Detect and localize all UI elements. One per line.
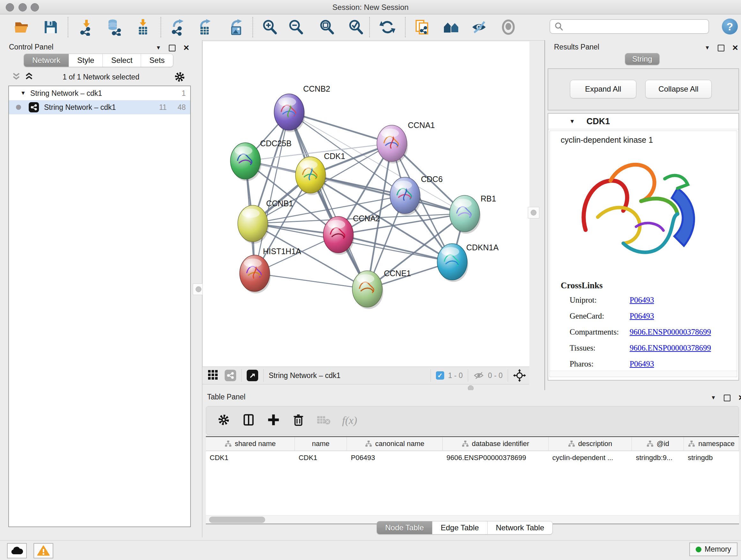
network-row[interactable]: String Network – cdk1 11 48	[9, 100, 190, 114]
collapse-all-button[interactable]: Collapse All	[645, 80, 712, 98]
network-canvas[interactable]: CCNB2CCNA1CDC25BCDK1CDC6RB1CCNB1CCNA2CDK…	[202, 42, 529, 367]
splitter-dot	[531, 210, 536, 215]
table-cell[interactable]: P06493	[347, 451, 443, 464]
panel-collapse-icon[interactable]: ▼	[156, 45, 161, 51]
network-graph[interactable]: CCNB2CCNA1CDC25BCDK1CDC6RB1CCNB1CCNA2CDK…	[203, 42, 529, 367]
grid-mode-button[interactable]	[207, 369, 219, 382]
import-table-button[interactable]	[134, 18, 152, 36]
apply-layout-button[interactable]	[379, 18, 396, 36]
column-header-shared-name[interactable]: shared name	[206, 437, 295, 450]
zoom-selected-button[interactable]	[347, 18, 365, 36]
gene-section-header[interactable]: ▼ CDK1	[548, 114, 738, 129]
clone-network-button[interactable]	[414, 18, 432, 36]
network-panel-options-button[interactable]	[174, 71, 186, 84]
crosslink-link[interactable]: 9606.ENSP00000378699	[630, 327, 711, 336]
node-CCNA2[interactable]: CCNA2	[323, 214, 380, 255]
network-node-count: 11	[159, 103, 167, 112]
network-mode-button[interactable]	[225, 370, 236, 381]
fit-content-crosshair-icon[interactable]	[513, 369, 526, 382]
column-header-name[interactable]: name	[295, 437, 347, 450]
panel-close-icon[interactable]: ✕	[738, 393, 741, 402]
function-builder-button[interactable]: f(x)	[342, 415, 357, 427]
tab-style[interactable]: Style	[69, 54, 103, 67]
open-session-button[interactable]	[13, 18, 31, 36]
table-cell[interactable]: CDK1	[295, 451, 347, 464]
tab-node-table[interactable]: Node Table	[377, 521, 432, 534]
column-header-namespace[interactable]: namespace	[684, 437, 739, 450]
export-network-button[interactable]	[169, 18, 187, 36]
birdseye-view-button[interactable]	[247, 370, 258, 381]
memory-button[interactable]: Memory	[689, 543, 738, 556]
show-glass-effect-button[interactable]	[499, 18, 517, 36]
export-image-button[interactable]	[227, 18, 246, 36]
scrollbar-thumb[interactable]	[209, 516, 265, 523]
create-column-button[interactable]	[267, 413, 280, 428]
crosslink-link[interactable]: P06493	[630, 312, 654, 320]
crosslink-row: Compartments:9606.ENSP00000378699	[569, 327, 737, 336]
search-input[interactable]	[563, 22, 709, 31]
delete-table-button[interactable]	[317, 414, 331, 427]
column-header-description[interactable]: description	[549, 437, 632, 450]
table-cell[interactable]: CDK1	[206, 451, 295, 464]
cloud-status-button[interactable]	[7, 543, 27, 558]
results-horizontal-scrollbar[interactable]	[550, 371, 737, 377]
node-CCNB2[interactable]: CCNB2	[274, 84, 330, 132]
selected-indicator-checkbox[interactable]: ✓	[436, 371, 444, 380]
edge-CCNB2-CCNE1[interactable]	[289, 112, 367, 289]
tree-expand-icon[interactable]: ▼	[20, 90, 26, 97]
network-collection-row[interactable]: ▼ String Network – cdk1 1	[9, 86, 190, 100]
toolbar-search-field[interactable]	[549, 19, 709, 34]
right-splitter-handle[interactable]	[528, 207, 539, 219]
node-CDK1[interactable]: CDK1	[295, 152, 345, 195]
hide-glass-effect-button[interactable]	[470, 18, 488, 36]
column-header--id[interactable]: @id	[632, 437, 684, 450]
zoom-out-button[interactable]	[287, 18, 305, 36]
zoom-fit-button[interactable]	[318, 18, 336, 36]
expand-all-button[interactable]: Expand All	[570, 80, 636, 98]
edge-HIST1H1A-CCNE1[interactable]	[255, 273, 367, 289]
panel-float-icon[interactable]	[724, 395, 731, 401]
section-collapse-icon[interactable]: ▼	[569, 118, 575, 125]
column-header-canonical-name[interactable]: canonical name	[347, 437, 443, 450]
crosslink-link[interactable]: P06493	[630, 360, 654, 368]
table-cell[interactable]: stringdb:9...	[632, 451, 684, 464]
panel-close-icon[interactable]: ✕	[183, 44, 190, 52]
first-neighbors-button[interactable]	[442, 18, 460, 36]
import-network-button[interactable]	[77, 18, 95, 36]
panel-float-icon[interactable]	[169, 45, 176, 51]
tab-edge-table[interactable]: Edge Table	[432, 521, 488, 534]
table-cell[interactable]: cyclin-dependent ...	[549, 451, 632, 464]
table-settings-button[interactable]	[217, 413, 230, 428]
node-RB1[interactable]: RB1	[450, 194, 496, 234]
panel-close-icon[interactable]: ✕	[732, 44, 738, 52]
node-CDC6[interactable]: CDC6	[390, 175, 443, 215]
tab-network[interactable]: Network	[24, 54, 69, 67]
node-CDC25B[interactable]: CDC25B	[230, 139, 292, 181]
table-cell[interactable]: 9606.ENSP00000378699	[443, 451, 549, 464]
string-network-icon	[29, 102, 39, 112]
panel-collapse-icon[interactable]: ▼	[704, 45, 710, 51]
crosslink-link[interactable]: P06493	[630, 296, 654, 305]
table-row[interactable]: CDK1CDK1P064939606.ENSP00000378699cyclin…	[206, 451, 739, 464]
panel-float-icon[interactable]	[718, 45, 724, 51]
help-button[interactable]: ?	[722, 18, 738, 35]
tab-string[interactable]: String	[625, 53, 659, 65]
delete-column-button[interactable]	[292, 413, 305, 428]
warnings-button[interactable]	[33, 543, 53, 558]
node-CCNE1[interactable]: CCNE1	[352, 269, 411, 309]
export-table-button[interactable]	[196, 18, 214, 36]
show-columns-button[interactable]	[242, 413, 255, 428]
node-CDKN1A[interactable]: CDKN1A	[437, 243, 499, 282]
table-cell[interactable]: stringdb	[684, 451, 739, 464]
tab-sets[interactable]: Sets	[141, 54, 173, 67]
node-HIST1H1A[interactable]: HIST1H1A	[240, 247, 301, 294]
import-network-from-database-button[interactable]	[105, 18, 123, 36]
zoom-in-button[interactable]	[261, 18, 279, 36]
crosslink-link[interactable]: 9606.ENSP00000378699	[630, 344, 711, 353]
status-bar: Memory	[0, 540, 741, 560]
tab-select[interactable]: Select	[103, 54, 141, 67]
save-session-button[interactable]	[42, 18, 60, 36]
column-header-database-identifier[interactable]: database identifier	[443, 437, 549, 450]
tab-network-table[interactable]: Network Table	[488, 521, 553, 534]
panel-collapse-icon[interactable]: ▼	[711, 395, 716, 401]
